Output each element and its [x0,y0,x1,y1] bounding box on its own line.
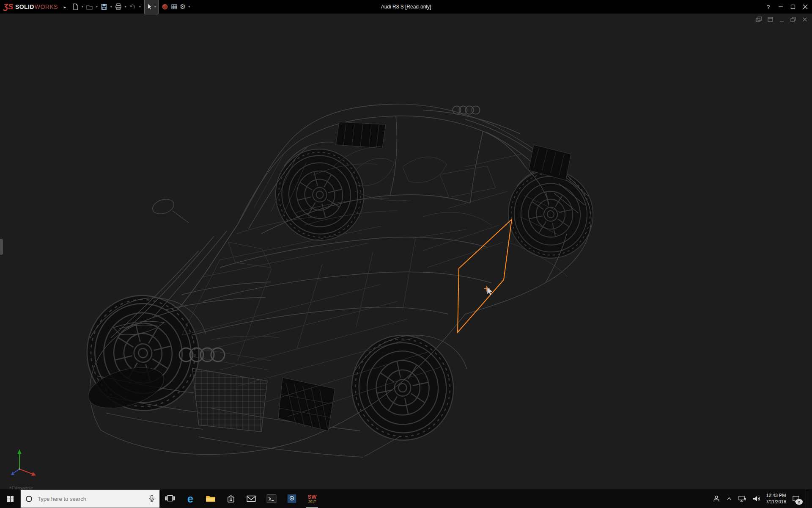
store-bag-icon [226,494,236,504]
panel-collapse-tab[interactable] [0,239,3,255]
volume-button[interactable] [752,495,760,502]
edge-button[interactable]: e [180,489,200,508]
maximize-icon [790,3,796,10]
orientation-triad-icon [8,444,43,479]
windows-logo-icon [7,495,14,502]
menu-expand-arrow-icon[interactable]: ▸ [64,5,66,9]
maximize-button[interactable] [787,0,799,14]
graphics-area[interactable]: *Dimetric [0,14,812,489]
clock-time: 12:43 PM [766,492,786,499]
options-button[interactable]: ⚙ [179,2,186,11]
people-icon [713,495,720,502]
close-icon [802,3,809,10]
save-floppy-icon [100,3,108,11]
solidworks-letters: SW [308,494,317,500]
close-button[interactable] [799,0,811,14]
print-button[interactable] [114,2,123,11]
options-dropdown[interactable]: ▾ [187,0,191,14]
window-controls: ? [762,0,811,14]
brand-works: WORKS [35,3,58,10]
start-button[interactable] [0,489,20,508]
design-table-icon [170,3,178,11]
document-title: Audi R8 S [Read-only] [381,0,431,14]
file-explorer-button[interactable] [200,489,221,508]
wireframe-car-model[interactable] [0,14,812,489]
solidworks-logo[interactable]: ƷS SOLID WORKS [0,0,61,14]
taskbar-clock[interactable]: 12:43 PM 7/11/2018 [766,492,786,505]
command-prompt-button[interactable] [261,489,282,508]
quick-access-toolbar: ▾ ▾ ▾ ▾ ▾ ▾ [71,0,191,14]
new-document-dropdown[interactable]: ▾ [80,0,85,14]
taskbar-search[interactable] [20,489,160,508]
solidworks-year: 2017 [308,500,316,503]
task-view-icon [165,493,176,504]
document-window-controls [755,16,809,23]
tray-overflow-button[interactable] [726,495,732,502]
ethernet-network-icon [738,495,746,502]
select-cursor-icon [145,3,153,11]
undo-dropdown[interactable]: ▾ [138,0,142,14]
folder-icon [205,493,216,504]
new-document-button[interactable] [71,2,80,11]
edge-icon: e [187,493,193,505]
undo-icon [129,3,137,11]
photos-button[interactable] [282,489,302,508]
minimize-document-icon[interactable] [778,16,786,23]
open-dropdown[interactable]: ▾ [95,0,99,14]
mouse-cursor-icon [487,287,493,295]
brand-solid: SOLID [15,3,34,10]
design-table-button[interactable] [170,2,178,11]
chevron-up-icon [726,495,732,502]
minimize-button[interactable] [774,0,787,14]
mail-envelope-icon [246,493,257,504]
network-button[interactable] [738,495,746,502]
new-window-icon[interactable] [755,16,763,23]
help-button[interactable]: ? [762,0,774,14]
mail-button[interactable] [241,489,261,508]
task-view-button[interactable] [160,489,180,508]
restore-document-icon[interactable] [790,16,797,23]
appearance-sphere-icon [161,3,169,11]
print-icon [115,3,122,11]
select-tool-button[interactable]: ▾ [144,0,159,14]
3ds-logo-icon: ƷS [3,0,13,14]
open-folder-icon [86,3,93,11]
undo-button[interactable] [129,2,137,11]
microphone-icon[interactable] [148,494,155,503]
titlebar: ƷS SOLID WORKS ▸ ▾ ▾ ▾ ▾ [0,0,812,14]
close-document-icon[interactable] [801,16,809,23]
command-prompt-icon [266,493,277,504]
minimize-icon [777,3,784,10]
print-dropdown[interactable]: ▾ [123,0,128,14]
solidworks-taskbar-button[interactable]: SW 2017 [302,489,322,508]
taskbar-apps: e [160,489,322,508]
cascade-windows-icon[interactable] [767,16,774,23]
speaker-icon [752,495,760,502]
people-button[interactable] [713,495,720,502]
store-button[interactable] [221,489,241,508]
open-button[interactable] [85,2,94,11]
system-tray: 12:43 PM 7/11/2018 2 [710,489,812,508]
appearance-button[interactable] [161,2,169,11]
view-orientation-label: *Dimetric [9,485,33,489]
gear-icon: ⚙ [180,3,186,11]
cortana-circle-icon [25,495,33,503]
windows-taskbar: e [0,489,812,508]
show-desktop-button[interactable] [806,489,809,508]
clock-date: 7/11/2018 [766,499,786,505]
select-dropdown[interactable]: ▾ [153,0,157,14]
notification-badge: 2 [796,499,803,505]
save-button[interactable] [100,2,108,11]
new-document-icon [71,3,79,11]
search-input[interactable] [37,495,145,502]
photos-icon [286,493,297,504]
save-dropdown[interactable]: ▾ [109,0,113,14]
solidworks-app-icon: SW 2017 [308,494,317,503]
action-center-button[interactable]: 2 [792,494,800,503]
